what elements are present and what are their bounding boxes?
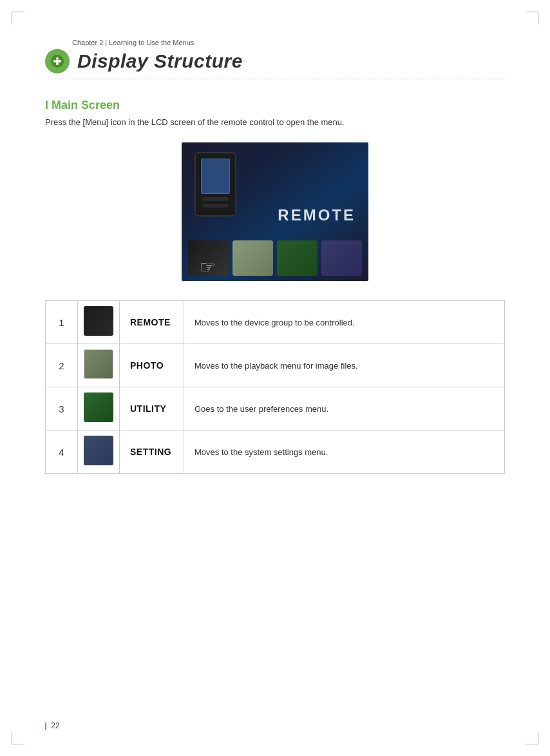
svg-point-3 — [53, 60, 56, 63]
page-number: 22 — [51, 721, 59, 730]
svg-point-5 — [56, 60, 59, 63]
page-title: Display Structure — [77, 50, 243, 72]
menu-table: 1 REMOTE Moves to the device group to be… — [45, 300, 505, 474]
corner-mark-br — [526, 732, 538, 744]
menu-icon — [50, 54, 64, 68]
bottom-item-2 — [232, 240, 273, 276]
cell-icon-3 — [78, 387, 120, 431]
cell-desc-4: Moves to the system settings menu. — [184, 431, 505, 474]
footer-separator — [45, 722, 46, 730]
cell-name-3: UTILITY — [120, 387, 184, 431]
cell-desc-1: Moves to the device group to be controll… — [184, 301, 505, 344]
page-footer: 22 — [45, 721, 60, 730]
remote-image-label: REMOTE — [278, 200, 368, 224]
cell-number-3: 3 — [46, 387, 78, 431]
corner-mark-bl — [12, 732, 24, 744]
table-row: 3 UTILITY Goes to the user preferences m… — [46, 387, 505, 431]
table-row: 4 SETTING Moves to the system settings m… — [46, 431, 505, 474]
cell-icon-4 — [78, 431, 120, 474]
section-description: Press the [Menu] icon in the LCD screen … — [45, 117, 505, 127]
cell-desc-2: Moves to the playback menu for image fil… — [184, 344, 505, 387]
bottom-item-3 — [277, 240, 318, 276]
icon-img-3 — [84, 393, 113, 422]
section-heading: I Main Screen — [45, 99, 505, 112]
svg-point-2 — [56, 63, 59, 65]
cell-number-4: 4 — [46, 431, 78, 474]
corner-mark-tr — [526, 12, 538, 24]
table-row: 2 PHOTO Moves to the playback menu for i… — [46, 344, 505, 387]
cursor-overlay: ☞ — [200, 257, 216, 278]
icon-img-2 — [84, 349, 113, 379]
svg-point-4 — [59, 60, 61, 63]
remote-image: REMOTE ☞ — [182, 142, 368, 281]
header-section: Chapter 2 | Learning to Use the Menus Di… — [45, 39, 505, 79]
cell-icon-1 — [78, 301, 120, 344]
title-divider — [45, 79, 505, 79]
icon-img-4 — [84, 436, 113, 465]
cell-name-1: REMOTE — [120, 301, 184, 344]
cell-desc-3: Goes to the user preferences menu. — [184, 387, 505, 431]
cell-number-2: 2 — [46, 344, 78, 387]
corner-mark-tl — [12, 12, 24, 24]
table-row: 1 REMOTE Moves to the device group to be… — [46, 301, 505, 344]
cell-name-2: PHOTO — [120, 344, 184, 387]
cell-number-1: 1 — [46, 301, 78, 344]
icon-img-1 — [84, 306, 113, 336]
chapter-icon — [45, 49, 70, 73]
chapter-label: Chapter 2 | Learning to Use the Menus — [72, 39, 505, 46]
cell-name-4: SETTING — [120, 431, 184, 474]
bottom-item-4 — [321, 240, 362, 276]
cell-icon-2 — [78, 344, 120, 387]
title-row: Display Structure — [45, 49, 505, 73]
svg-point-1 — [56, 57, 59, 60]
